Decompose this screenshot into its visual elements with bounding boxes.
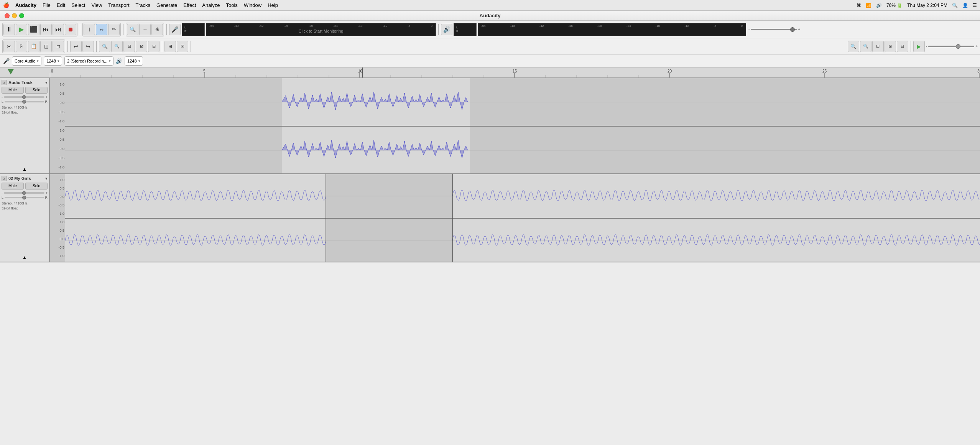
recording-type-select[interactable]: 2 (Stereo) Recordin... ▾ [64,56,113,66]
output-meter[interactable]: L R [454,23,477,36]
svg-text:5: 5 [203,69,206,73]
menu-view[interactable]: View [91,2,102,8]
pause-button[interactable]: ⏸ [3,24,15,35]
output-volume-icon[interactable]: 🔊 [441,24,452,35]
track2-pan-thumb[interactable] [22,196,26,199]
right-zoom-in-button[interactable]: 🔍 [848,41,859,52]
zoom-fit-button[interactable]: ⊠ [136,41,147,52]
separator1 [80,24,80,35]
redo-button[interactable]: ↪ [82,41,94,52]
track2-pan-row: L R [2,196,48,199]
menu-window[interactable]: Window [244,2,261,8]
rewind-button[interactable]: ⏮ [40,24,52,35]
track2-mute-button[interactable]: Mute [2,183,24,190]
track1-mute-button[interactable]: Mute [2,87,24,94]
menu-edit[interactable]: Edit [57,2,65,8]
menu-tracks[interactable]: Tracks [136,2,151,8]
zoom-tool-button[interactable]: 🔍 [127,24,138,35]
list-icon: ☰ [973,3,977,8]
menu-effect[interactable]: Effect [183,2,196,8]
stop-button[interactable]: ⬛ [28,24,39,35]
snap-cut-button[interactable]: ⊞ [164,41,176,52]
track2-info: Stereo, 44100Hz 32-bit float [2,201,48,211]
track1-pan-slider[interactable] [5,101,44,102]
paste-button[interactable]: 📋 [28,41,39,52]
menu-analyze[interactable]: Analyze [202,2,220,8]
track1-mute-solo: Mute Solo [2,87,48,94]
menu-generate[interactable]: Generate [156,2,177,8]
right-play-button[interactable]: ▶ [913,41,925,52]
track2-close-button[interactable]: x [2,176,7,181]
zoom-window-button[interactable] [19,13,24,18]
playhead-marker[interactable] [8,69,14,74]
cut-button[interactable]: ✂ [3,41,15,52]
track1-gain-slider[interactable] [4,96,44,98]
input-channel-select[interactable]: 1248 ▾ [44,56,62,66]
edit-tools: ✂ ⎘ 📋 ◫ ◻ [2,40,65,53]
input-meter[interactable]: L R [182,23,205,36]
snap-loop-button[interactable]: ⊡ [177,41,188,52]
svg-text:15: 15 [513,69,517,73]
output-vol-thumb[interactable] [790,27,795,32]
playback-zoom-min: - [926,44,927,48]
track2-gain-slider[interactable] [4,192,44,194]
output-device-select[interactable]: 1248 ▾ [125,56,143,66]
mic-button[interactable]: 🎤 [169,24,181,35]
zoom-in-button[interactable]: 🔍 [99,41,110,52]
minimize-window-button[interactable] [12,13,17,18]
record-button[interactable]: ⏺ [65,24,76,35]
input-device-arrow: ▾ [37,59,39,63]
separator2 [123,24,123,35]
envelope-tool-button[interactable]: ⇔ [96,24,107,35]
track2-gain-thumb[interactable] [22,191,26,195]
track2-collapse-button[interactable]: ▲ [2,255,48,260]
track2-header: x 02 My Girls ▾ [2,176,48,181]
menu-help[interactable]: Help [268,2,278,8]
menu-select[interactable]: Select [71,2,85,8]
forward-button[interactable]: ⏭ [53,24,64,35]
multi-tool-button[interactable]: ✳ [151,24,163,35]
output-vol-slider[interactable] [751,29,797,30]
time-shift-button[interactable]: ↔ [139,24,151,35]
menu-transport[interactable]: Transport [108,2,129,8]
timeline-ruler[interactable]: 0 5 10 15 20 25 30 [0,68,980,78]
trim-button[interactable]: ◫ [40,41,52,52]
app-name[interactable]: Audacity [15,2,36,8]
apple-menu[interactable]: 🍎 [3,2,9,8]
play-button[interactable]: ▶ [16,24,27,35]
track1-collapse-button[interactable]: ▲ [2,166,48,172]
track2-solo-button[interactable]: Solo [25,183,48,190]
zoom-out-button[interactable]: 🔍 [111,41,123,52]
track1-pan-thumb[interactable] [22,100,26,104]
silence-button[interactable]: ◻ [53,41,64,52]
track2-pan-slider[interactable] [5,197,44,198]
output-level-meter[interactable]: -54-48-42-36-30-24-18-12-60 [478,23,746,36]
zoom-full-button[interactable]: ⊟ [148,41,159,52]
playback-zoom-slider[interactable] [928,46,974,47]
search-icon[interactable]: 🔍 [952,3,958,8]
track1-dropdown-button[interactable]: ▾ [45,80,48,85]
track1-solo-button[interactable]: Solo [25,87,48,94]
output-device-icon: 🔊 [116,58,122,64]
input-level-meter[interactable]: -54-48-42-36-30-24-18-12-60 Click to Sta… [206,23,436,36]
right-zoom-full-button[interactable]: ⊟ [897,41,908,52]
right-zoom-fit-button[interactable]: ⊠ [885,41,896,52]
copy-button[interactable]: ⎘ [16,41,27,52]
track2-dropdown-button[interactable]: ▾ [45,176,48,181]
close-window-button[interactable] [5,13,10,18]
zoom-to-selection-button[interactable]: ⊡ [123,41,135,52]
select-tool-button[interactable]: I [84,24,95,35]
track1-gain-thumb[interactable] [22,95,26,99]
draw-tool-button[interactable]: ✏ [108,24,120,35]
volume-icon: 🔊 [876,3,882,8]
right-zoom-sel-button[interactable]: ⊡ [872,41,884,52]
input-device-select[interactable]: Core Audio ▾ [12,56,41,66]
right-zoom-out-button[interactable]: 🔍 [860,41,871,52]
click-to-monitor-label[interactable]: Click to Start Monitoring [209,29,433,33]
undo-button[interactable]: ↩ [70,41,82,52]
menu-file[interactable]: File [43,2,51,8]
toolbar-row2: ✂ ⎘ 📋 ◫ ◻ ↩ ↪ 🔍 🔍 ⊡ ⊠ ⊟ ⊞ ⊡ 🔍 🔍 ⊡ ⊠ ⊟ ▶ … [0,38,980,54]
menu-tools[interactable]: Tools [226,2,238,8]
track1-close-button[interactable]: x [2,80,7,85]
playback-zoom-thumb[interactable] [956,44,960,49]
